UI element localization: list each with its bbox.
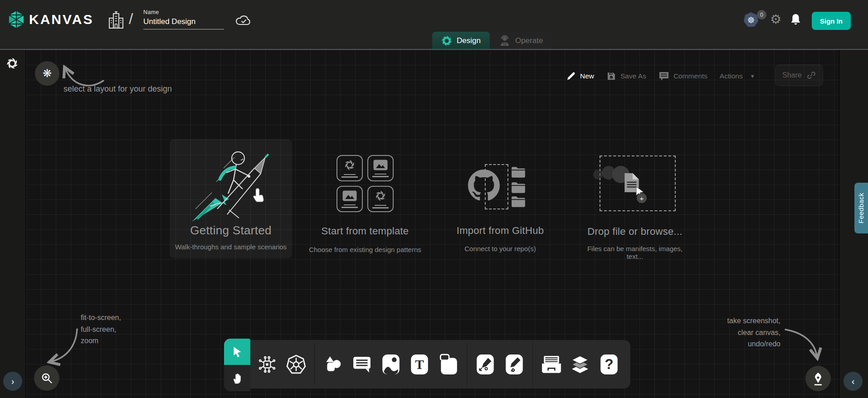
hand-icon <box>231 372 244 384</box>
settings-gear-icon[interactable]: ⚙ <box>770 12 781 27</box>
card-start-from-template[interactable]: Start from template Choose from existing… <box>305 150 425 258</box>
actions-dropdown[interactable]: Actions ▼ <box>720 72 755 80</box>
question-mark-icon: ? <box>600 354 619 375</box>
screenshot-pen-button[interactable] <box>805 366 831 391</box>
actions-label: Actions <box>720 72 743 80</box>
pen-nib-icon <box>812 372 824 386</box>
save-icon <box>606 71 616 81</box>
kanvas-app: KANVAS / Name <box>0 0 868 398</box>
note-tool-button[interactable] <box>438 353 459 376</box>
template-tile-design <box>367 186 394 212</box>
tab-design[interactable]: Design <box>432 32 490 49</box>
header-divider <box>0 49 868 50</box>
card-drop-file[interactable]: + Drop file or browse... Files can be ma… <box>585 150 685 258</box>
layout-hint-text: select a layout for your design <box>63 84 172 94</box>
text-tool-button[interactable]: T <box>409 353 430 376</box>
image-icon <box>342 190 357 201</box>
card-title: Import from GitHub <box>454 225 547 237</box>
notifications-bell-icon[interactable] <box>790 13 801 26</box>
comment-tool-button[interactable] <box>351 353 373 376</box>
pan-hand-tool-button[interactable] <box>224 365 250 391</box>
comment-icon <box>352 355 371 374</box>
sign-in-button[interactable]: Sign In <box>812 12 851 30</box>
layers-tool-button[interactable] <box>570 353 591 376</box>
github-octocat-icon <box>468 170 500 201</box>
layout-button[interactable]: ❋ <box>35 61 59 86</box>
zoom-button[interactable] <box>34 365 59 391</box>
card-subtitle: Choose from existing design patterns <box>305 246 425 253</box>
shapes-tool-button[interactable] <box>322 353 344 376</box>
sticky-note-icon <box>439 354 458 375</box>
canvas-action-toolbar: New Save As Comments Actions ▼ <box>566 66 755 86</box>
svg-text:?: ? <box>605 356 613 372</box>
svg-text:T: T <box>415 357 424 372</box>
comments-button[interactable]: Comments <box>658 71 707 82</box>
pencil-scribble-icon <box>505 354 524 375</box>
template-tiles <box>336 155 394 212</box>
pencil-icon <box>566 71 576 81</box>
link-icon <box>807 71 816 80</box>
cursor-arrow-icon <box>231 346 243 358</box>
toolbar-separator <box>467 343 467 386</box>
integration-chip-icon <box>258 355 277 374</box>
template-tile-image <box>367 155 394 181</box>
folder-icon <box>511 195 526 208</box>
feedback-label: Feedback <box>858 193 865 223</box>
save-as-button[interactable]: Save As <box>606 71 646 81</box>
share-button[interactable]: Share <box>775 64 823 86</box>
pointer-hand-cursor <box>252 187 268 204</box>
mode-tabbar: Design Operate <box>432 32 552 49</box>
toolbar-separator <box>314 343 315 386</box>
new-label: New <box>580 72 594 80</box>
meshery-spiral-icon[interactable] <box>6 57 19 70</box>
shapes-icon <box>323 355 342 374</box>
image-icon <box>373 160 388 170</box>
bottom-right-hints: take screenshot, clear canvas, undo/redo <box>689 315 780 350</box>
design-name-input[interactable] <box>143 17 224 29</box>
collapse-right-panel-button[interactable]: ‹ <box>844 372 863 391</box>
kubernetes-tool-button[interactable] <box>286 353 307 376</box>
bottom-left-hints: fit-to-screen, full-screen, zoom <box>81 312 121 347</box>
components-tool-button[interactable] <box>257 353 278 376</box>
help-tool-button[interactable]: ? <box>598 353 619 376</box>
select-tool-button[interactable] <box>224 339 250 365</box>
pointer-tool-column <box>224 339 250 391</box>
folder-icon <box>511 181 526 194</box>
card-title: Getting Started <box>170 223 292 238</box>
magnifier-plus-icon <box>41 372 53 384</box>
save-as-label: Save As <box>620 72 646 80</box>
cloud-saved-icon <box>234 14 253 27</box>
drawer-archive-icon <box>541 355 562 374</box>
comment-icon <box>658 71 669 82</box>
freehand-draw-tool-button[interactable] <box>504 353 525 376</box>
card-title: Drop file or browse... <box>585 226 685 238</box>
breadcrumb-separator: / <box>129 10 133 28</box>
card-import-from-github[interactable]: Import from GitHub Connect to your repo(… <box>454 150 547 258</box>
new-button[interactable]: New <box>566 71 594 81</box>
organization-icon[interactable] <box>107 11 125 30</box>
card-getting-started[interactable]: Getting Started Walk-throughs and sample… <box>170 139 292 258</box>
comments-label: Comments <box>673 72 707 80</box>
image-tool-button[interactable] <box>380 353 401 376</box>
spiral-icon <box>344 159 356 171</box>
chevron-down-icon: ▼ <box>750 73 755 79</box>
kanvas-logo-icon[interactable] <box>6 10 26 29</box>
toolbar-separator <box>532 343 533 386</box>
feedback-tab[interactable]: Feedback <box>854 183 868 233</box>
brand-wordmark: KANVAS <box>29 12 93 27</box>
drawer-tool-button[interactable] <box>541 353 562 376</box>
card-subtitle: Walk-throughs and sample scenarios <box>170 243 292 251</box>
kubernetes-wheel-icon <box>286 354 307 374</box>
pen-path-icon <box>476 354 495 375</box>
left-rail: › <box>0 50 26 398</box>
text-icon: T <box>410 354 429 375</box>
tab-operate[interactable]: Operate <box>490 32 552 49</box>
layers-icon <box>570 355 590 374</box>
template-tile-image <box>336 186 363 212</box>
expand-left-panel-button[interactable]: › <box>3 372 22 391</box>
kubernetes-context-button[interactable]: ☸ 0 <box>743 12 766 30</box>
folder-icon <box>511 166 526 179</box>
pen-path-tool-button[interactable] <box>475 353 496 376</box>
operate-headset-icon <box>499 35 511 47</box>
tab-operate-label: Operate <box>515 36 543 45</box>
